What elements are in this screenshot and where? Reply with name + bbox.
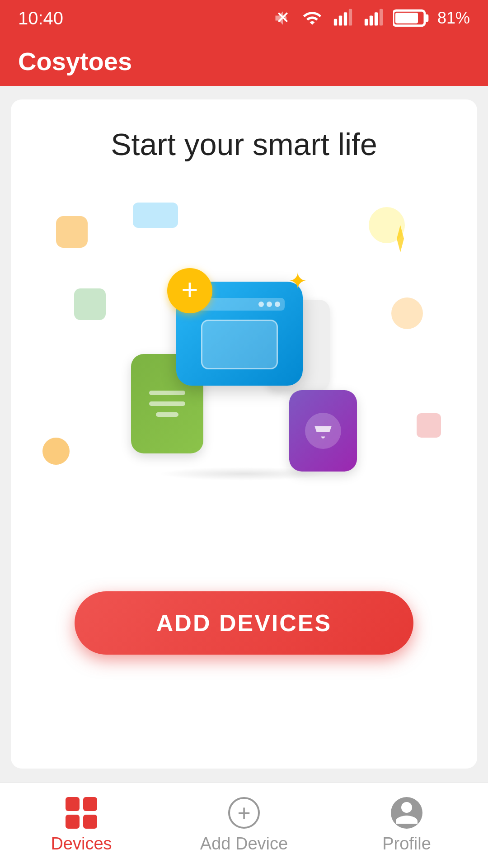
wifi-icon	[301, 8, 324, 28]
nav-item-devices[interactable]: Devices	[0, 797, 163, 854]
add-device-icon: +	[228, 797, 260, 829]
devices-icon-sq1	[66, 797, 80, 811]
hood-icon	[312, 420, 334, 442]
device-blue-dot3	[275, 302, 280, 307]
nav-item-profile[interactable]: Profile	[325, 797, 488, 854]
nav-item-add-device[interactable]: + Add Device	[163, 797, 325, 854]
signal2-icon	[362, 8, 385, 28]
devices-icon-sq4	[83, 815, 97, 829]
deco-square-3	[74, 288, 106, 320]
signal1-icon	[332, 8, 354, 28]
status-time: 10:40	[18, 8, 63, 28]
deco-square-4	[417, 413, 441, 438]
device-blue-dot2	[267, 302, 272, 307]
nav-label-add-device: Add Device	[200, 834, 288, 854]
nav-label-devices: Devices	[51, 834, 112, 854]
svg-rect-6	[375, 12, 378, 25]
app-title: Cosytoes	[18, 47, 132, 76]
svg-rect-1	[339, 16, 342, 26]
profile-avatar-icon	[393, 799, 420, 826]
battery-percent: 81%	[437, 9, 470, 28]
add-circle-icon: +	[167, 268, 212, 313]
svg-rect-0	[334, 19, 337, 26]
main-card: Start your smart life	[11, 99, 477, 769]
deco-circle-2	[42, 438, 70, 465]
devices-icon-sq3	[66, 815, 80, 829]
mute-icon	[273, 8, 293, 28]
deco-circle-3	[391, 297, 423, 329]
nav-label-profile: Profile	[382, 834, 431, 854]
device-blue-screen	[201, 320, 278, 369]
svg-rect-4	[365, 19, 368, 26]
device-green-line3	[156, 412, 178, 417]
status-bar: 10:40 81%	[0, 0, 488, 36]
profile-icon	[391, 797, 422, 829]
device-purple-inner	[305, 413, 341, 449]
svg-rect-2	[344, 12, 347, 25]
illustration: + ✦	[29, 198, 459, 537]
svg-rect-3	[349, 9, 352, 26]
svg-rect-7	[380, 9, 383, 26]
sparkle-icon: ✦	[288, 268, 307, 294]
device-green-line2	[149, 401, 185, 406]
card-title: Start your smart life	[111, 127, 377, 162]
app-header: Cosytoes	[0, 36, 488, 86]
deco-square-1	[56, 216, 88, 248]
device-green-line1	[149, 391, 185, 395]
svg-rect-5	[370, 16, 373, 26]
svg-rect-9	[395, 13, 418, 23]
battery-icon	[393, 8, 429, 28]
add-circle-plus: +	[181, 275, 198, 304]
deco-square-2	[133, 203, 178, 228]
status-icons: 81%	[273, 8, 470, 28]
bottom-nav: Devices + Add Device Profile	[0, 782, 488, 868]
devices-icon-sq2	[83, 797, 97, 811]
device-cluster: + ✦	[131, 255, 357, 481]
svg-rect-10	[425, 14, 428, 22]
device-blue-dot1	[258, 302, 264, 307]
device-purple	[289, 390, 357, 472]
devices-icon	[66, 797, 97, 829]
add-devices-button[interactable]: ADD DEVICES	[75, 591, 413, 655]
